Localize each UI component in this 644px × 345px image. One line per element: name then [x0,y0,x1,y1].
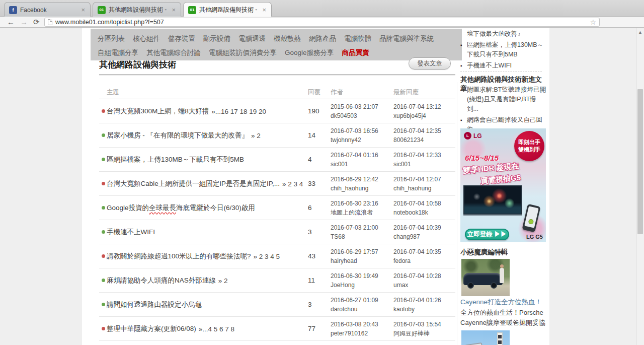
browser-tab[interactable]: 01其他網路設備與技術 - 電腦× [183,2,272,17]
sidebar-list-item[interactable]: 手機連不上WIFI [460,61,546,71]
category-link[interactable]: 核心組件 [133,32,160,45]
ad-register-button[interactable]: 立即登錄 ▶▶ [465,229,509,240]
topic-title[interactable]: 請教關於網路線超過100米以上的有哪些接法呢?» 2 3 4 5 [107,244,307,268]
title-underline [99,74,455,76]
tab-close-icon[interactable]: × [80,7,86,13]
category-link[interactable]: 自組電腦分享 [98,46,138,59]
category-link[interactable]: 其他電腦綜合討論 [146,46,201,59]
category-link[interactable]: 儲存裝置 [168,32,195,45]
topic-title[interactable]: 麻煩請協助令人頭痛的NAS外部連線» 2 [107,268,307,293]
author-name: dk504503 [331,111,393,120]
topic-page-links[interactable]: »...16 17 18 19 20 [211,108,266,115]
topic-title[interactable]: 請問如何透過路由器設定小烏龜 [107,293,307,317]
forward-button[interactable]: → [20,17,28,27]
topic-title-text: 麻煩請協助令人頭痛的NAS外部連線 [107,276,216,285]
latest-date: 2016-07-04 10:39 [393,223,456,232]
latest-author-name: fedora [393,256,456,265]
topic-page-links[interactable]: » 2 3 4 [282,180,303,188]
latest-reply-cell: 2016-07-04 12:33sic001 [393,151,456,169]
reply-count: 3 [308,301,312,308]
column-header-author: 作者 [331,88,343,97]
topic-title[interactable]: 區網摳檔案，上傳130MB～下載只有不到5MB [107,148,307,172]
gadget-image [465,342,485,345]
address-bar[interactable]: www.mobile01.com/topiclist.php?f=507 ☆ [44,18,600,27]
topic-title[interactable]: 台灣大寬頻Cable上網所提供一組固定IP是否是真固定IP,...» 2 3 4 [107,172,307,196]
new-post-button[interactable]: 發表文章 [409,57,451,70]
category-link[interactable]: 網路產品 [309,32,336,45]
tab-close-icon[interactable]: × [262,7,267,13]
url-text[interactable]: www.mobile01.com/topiclist.php?f=507 [55,19,164,26]
topic-rows: 台灣大寬頻300M上網，端8大好禮»...16 17 18 19 2019020… [99,99,455,341]
browser-tab[interactable]: fFacebook× [4,2,91,17]
topic-title-text: 整理中華隱藏方案(更新06/08) [107,324,196,333]
created-date: 2016-03-08 20:43 [331,320,393,329]
topic-title[interactable]: 整理中華隱藏方案(更新06/08)»...4 5 6 7 8 [107,317,307,341]
topic-title[interactable]: 手機連不上WIFI [107,220,307,244]
browser-tab[interactable]: 01其他網路設備與技術 - 電腦× [93,2,181,17]
author-name: darotchou [331,305,393,314]
latest-reply-cell: 2016-07-04 10:58notebook18k [393,199,456,217]
category-link[interactable]: 商品買賣 [342,46,369,59]
ad-headline-2: 買電視抽G5 [480,173,521,186]
page-scrollbar[interactable]: ▲ [636,28,644,345]
author-cell: 2016-07-04 01:16sic001 [331,151,393,169]
reply-count: 6 [308,204,312,212]
created-date: 2016-06-30 19:49 [331,271,393,281]
topic-title[interactable]: 台灣大寬頻300M上網，端8大好禮»...16 17 18 19 20 [107,99,307,123]
ad-phone-image [522,204,540,233]
category-link[interactable]: 分區列表 [98,32,125,45]
category-link[interactable]: 機殼散熱 [274,32,301,45]
ad-badge-line1: 即刻出手 [518,139,540,146]
topic-title-text: 台灣大寬頻Cable上網所提供一組固定IP是否是真固定IP,... [107,179,280,188]
category-link[interactable]: 電腦週邊 [238,32,266,45]
advertorial-thumbnail[interactable] [461,259,510,296]
author-cell: 2016-06-27 01:09darotchou [331,296,393,314]
latest-author-name: 阿姆豆好棒棒 [393,329,456,338]
latest-date: 2016-07-04 12:33 [393,151,456,160]
ad-date-range: 6/15~8/15 [465,154,499,162]
scrollbar-thumb[interactable] [637,89,643,234]
tab-title: Facebook [20,7,77,14]
tab-close-icon[interactable]: × [171,7,176,13]
topic-page-links[interactable]: » 2 3 4 5 [254,253,280,260]
status-dot-red [102,327,105,330]
sidebar-list-item[interactable]: 區網摳檔案，上傳130MB～下載只有不到5MB [460,40,546,59]
author-name: twjohnny42 [331,135,393,145]
reply-count: 77 [308,325,315,332]
bookmark-star-icon[interactable]: ☆ [590,19,596,26]
lg-ad-banner[interactable]: L LG 即刻出手 雙機到手 6/15~8/15 雙享HDR 趁現在 買電視抽G… [460,128,546,242]
advertorial-link[interactable]: Cayenne打造全方位熱血！ [460,298,542,307]
category-link[interactable]: 電腦組裝訪價消費分享 [209,46,277,59]
topic-title[interactable]: Google投資的全球最長海底電纜於今日(6/30)啟用 [107,196,307,220]
created-date: 2016-07-03 21:00 [331,223,393,232]
latest-author-name: notebook18k [393,208,456,217]
browser-toolbar: ← → ⟳ www.mobile01.com/topiclist.php?f=5… [0,17,644,28]
topic-page-links[interactable]: » 2 [251,132,261,140]
created-date: 2016-06-29 17:57 [331,247,393,256]
sidebar-list-item[interactable]: 境下做最大的改善』 [460,29,546,39]
topic-page-links[interactable]: »...4 5 6 7 8 [199,325,234,333]
sidebar-list-item[interactable]: 附圖求解:BT監聽連接埠已開(綠燈)且又是實體IP,BT慢到... [460,85,546,114]
category-link[interactable]: Google服務分享 [285,46,334,59]
latest-date: 2016-07-04 12:07 [393,175,456,184]
scrollbar-up-icon[interactable]: ▲ [636,28,644,35]
topic-title-marked-text: 全球最長 [149,203,176,213]
mobile01-icon: 01 [188,6,196,14]
car-wheel [467,282,474,289]
latest-author-name: sic001 [393,160,456,169]
created-date: 2016-06-29 12:42 [331,175,393,184]
category-menu: 分區列表核心組件儲存裝置顯示設備電腦週邊機殼散熱網路產品電腦軟體品牌電腦與準系統… [91,29,462,60]
category-link[interactable]: 顯示設備 [203,32,230,45]
created-date: 2016-07-04 01:16 [331,151,393,160]
reload-button[interactable]: ⟳ [33,17,40,27]
latest-date: 2016-07-04 10:28 [393,271,456,281]
sidebar-divider-line [457,82,457,345]
topic-page-links[interactable]: » 2 [218,277,228,285]
latest-author-name: xup6bjo45j4 [393,111,456,120]
category-link[interactable]: 電腦軟體 [344,32,371,45]
next-advertorial-thumbnail[interactable] [461,330,510,345]
topic-title-text: 居家小機房 - 『在有限的環境下做最大的改善』 [107,131,249,140]
category-link[interactable]: 品牌電腦與準系統 [379,32,434,45]
topic-title[interactable]: 居家小機房 - 『在有限的環境下做最大的改善』» 2 [107,123,307,148]
back-button[interactable]: ← [7,17,15,27]
